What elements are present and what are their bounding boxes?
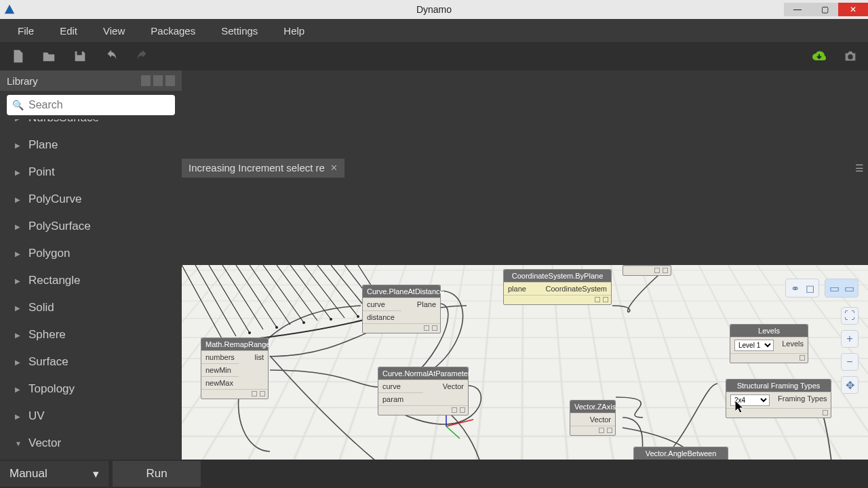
node-levels[interactable]: Levels Level 1 Levels (730, 324, 808, 363)
zoom-tools: ⛶ + − ✥ (841, 307, 859, 394)
library-title: Library (7, 75, 38, 87)
search-icon: 🔍 (12, 100, 24, 110)
menu-help[interactable]: Help (271, 21, 317, 41)
open-file-icon[interactable] (38, 45, 60, 67)
menu-view[interactable]: View (91, 21, 137, 41)
canvas-view-tools: ⚭ ◻ ▭ ▭ (785, 279, 859, 298)
tree-item-solid[interactable]: ▶Solid (0, 294, 182, 321)
node-fragment-top[interactable] (623, 265, 671, 276)
tab-bar: Increasing Increment select re ✕ ☰ (182, 70, 868, 265)
menu-edit[interactable]: Edit (47, 21, 90, 41)
library-pin-icon[interactable] (153, 75, 163, 86)
levels-dropdown[interactable]: Level 1 (734, 340, 774, 351)
tree-item-polygon[interactable]: ▶Polygon (0, 240, 182, 267)
menu-file[interactable]: File (5, 21, 46, 41)
tree-item-uv[interactable]: ▶UV (0, 403, 182, 430)
zoom-in-icon[interactable]: + (841, 330, 859, 348)
svg-marker-0 (5, 5, 14, 14)
tab-menu-icon[interactable]: ☰ (850, 163, 868, 174)
library-collapse-icon[interactable] (141, 75, 151, 86)
library-header: Library (0, 70, 182, 91)
tab-workspace[interactable]: Increasing Increment select re ✕ (182, 159, 344, 178)
node-math-remaprange[interactable]: Math.RemapRange numbers newMin newMax li… (201, 338, 269, 399)
tree-item-polysurface[interactable]: ▶PolySurface (0, 213, 182, 240)
menubar: File Edit View Packages Settings Help (0, 19, 868, 42)
window-title: Dynamo (416, 4, 452, 15)
link-icon[interactable]: ⚭ (788, 281, 802, 295)
tree-item-vector[interactable]: ▼Vector (0, 430, 182, 457)
camera-icon[interactable] (840, 45, 861, 67)
search-input[interactable] (7, 95, 175, 115)
tab-label: Increasing Increment select re (189, 162, 325, 174)
new-file-icon[interactable] (7, 45, 28, 67)
node-structural-framing-types[interactable]: Structural Framing Types 2x4 Framing Typ… (726, 379, 831, 418)
tree-item-nurbssurface[interactable]: ▶NurbsSurface (0, 119, 182, 131)
bottombar: Manual ▾ Run (0, 460, 868, 488)
box-icon[interactable]: ◻ (803, 281, 816, 295)
run-mode-dropdown[interactable]: Manual ▾ (0, 461, 108, 487)
tree-item-polycurve[interactable]: ▶PolyCurve (0, 186, 182, 213)
run-button[interactable]: Run (113, 461, 201, 487)
tree-item-topology[interactable]: ▶Topology (0, 375, 182, 403)
node-curve-planeatdistance[interactable]: Curve.PlaneAtDistance curve distance Pla… (362, 285, 441, 333)
close-button[interactable]: ✕ (838, 3, 868, 16)
node-vector-anglebetween[interactable]: Vector.AngleBetween vector otherVector d… (633, 447, 728, 460)
framing-dropdown[interactable]: 2x4 (730, 394, 770, 406)
tree-item-sphere[interactable]: ▶Sphere (0, 321, 182, 348)
tab-close-icon[interactable]: ✕ (330, 163, 338, 173)
zoom-out-icon[interactable]: − (841, 353, 859, 371)
tree-item-point[interactable]: ▶Point (0, 159, 182, 186)
toolbar (0, 42, 868, 70)
titlebar: Dynamo — ▢ ✕ (0, 0, 868, 19)
library-tree: ▶NurbsSurface ▶Plane ▶Point ▶PolyCurve ▶… (0, 119, 182, 460)
menu-settings[interactable]: Settings (209, 21, 270, 41)
node-vector-zaxis[interactable]: Vector.ZAxis Vector (570, 400, 616, 436)
tree-item-plane[interactable]: ▶Plane (0, 131, 182, 159)
node-curve-normalatparameter[interactable]: Curve.NormalAtParameter curve param Vect… (378, 367, 469, 415)
library-arrow-icon[interactable] (165, 75, 175, 86)
node-view-icon[interactable]: ▭ (827, 281, 841, 295)
pan-icon[interactable]: ✥ (841, 376, 859, 394)
fit-screen-icon[interactable]: ⛶ (841, 307, 859, 325)
tree-item-rectangle[interactable]: ▶Rectangle (0, 267, 182, 294)
node-coordinatesystem-byplane[interactable]: CoordinateSystem.ByPlane plane Coordinat… (503, 269, 612, 305)
app-logo (0, 0, 19, 19)
canvas[interactable]: Math.RemapRange numbers newMin newMax li… (182, 265, 868, 460)
cloud-download-icon[interactable] (808, 45, 830, 67)
svg-point-1 (848, 54, 852, 59)
chevron-down-icon: ▾ (93, 467, 99, 481)
menu-packages[interactable]: Packages (138, 21, 208, 41)
tree-item-surface[interactable]: ▶Surface (0, 348, 182, 375)
save-icon[interactable] (69, 45, 91, 67)
redo-icon[interactable] (132, 45, 153, 67)
undo-icon[interactable] (100, 45, 122, 67)
window-controls: — ▢ ✕ (784, 3, 868, 16)
graph-view-icon[interactable]: ▭ (842, 281, 856, 295)
minimize-button[interactable]: — (784, 3, 811, 16)
library-panel: Library 🔍 ▶NurbsSurface ▶Plane ▶Point ▶P… (0, 70, 182, 460)
maximize-button[interactable]: ▢ (811, 3, 838, 16)
